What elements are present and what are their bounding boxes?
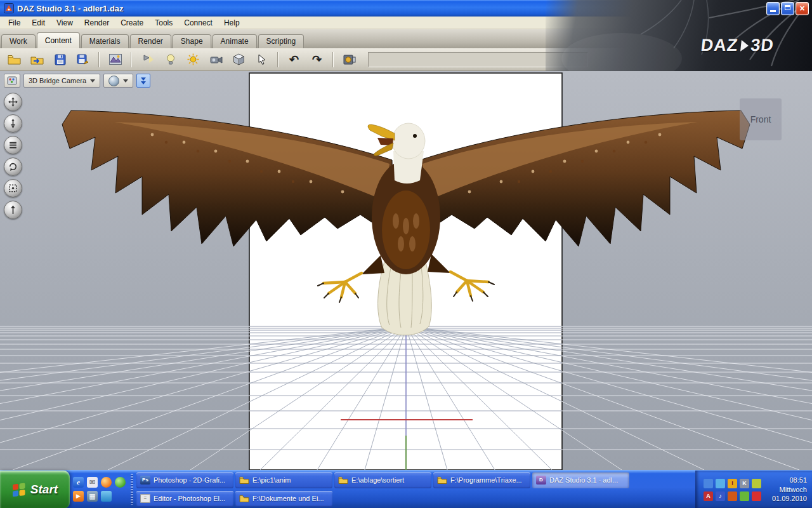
open-file-button[interactable] <box>4 50 25 69</box>
frame-icon <box>8 184 18 193</box>
floor-grid <box>0 326 812 470</box>
render-button[interactable] <box>339 50 360 69</box>
tab-render[interactable]: Render <box>130 34 171 48</box>
mail-icon[interactable]: ✉ <box>87 477 98 488</box>
menu-file[interactable]: File <box>3 17 26 29</box>
antivirus-icon[interactable]: A <box>704 491 713 501</box>
minimize-button[interactable] <box>766 2 780 15</box>
aim-tool-button[interactable] <box>4 201 22 219</box>
taskbar-item-pic1-anim[interactable]: E:\pic1\anim <box>235 472 332 488</box>
toolbar-separator <box>98 52 100 67</box>
viewport[interactable] <box>0 71 812 470</box>
toolbar-separator <box>131 52 132 67</box>
point-light-button[interactable] <box>160 50 181 69</box>
security-shield-icon[interactable] <box>752 479 761 488</box>
menu-create[interactable]: Create <box>115 17 149 29</box>
messenger-icon[interactable] <box>115 477 126 488</box>
viewport-header: 3D Bridge Camera <box>4 74 150 88</box>
tab-work[interactable]: Work <box>1 34 36 48</box>
minimize-icon <box>770 10 776 12</box>
tab-shape[interactable]: Shape <box>173 34 211 48</box>
menu-tools[interactable]: Tools <box>149 17 178 29</box>
clock-time: 08:51 <box>768 476 807 485</box>
menu-view[interactable]: View <box>51 17 79 29</box>
open-folder-icon <box>8 54 21 65</box>
viewport-options-button[interactable] <box>4 74 20 88</box>
show-desktop-icon[interactable] <box>101 491 112 502</box>
render-icon <box>343 54 356 65</box>
internet-explorer-icon[interactable]: e <box>73 477 84 488</box>
folder-icon <box>338 476 348 485</box>
primitive-cube-button[interactable] <box>228 50 249 69</box>
taskbar-item-daz-studio[interactable]: D DAZ Studio 3.1 - adl... <box>532 472 629 488</box>
photo-viewer-icon[interactable]: ▦ <box>87 491 98 502</box>
aim-icon <box>8 205 18 215</box>
viewport-canvas[interactable] <box>0 71 812 470</box>
pan-icon <box>8 97 18 107</box>
task-buttons: Ps Photoshop - 2D-Grafi... E:\pic1\anim … <box>135 471 695 508</box>
camera-create-button[interactable] <box>206 50 226 69</box>
view-orientation-label: Front <box>750 114 771 124</box>
firefox-icon[interactable] <box>101 477 112 488</box>
start-button[interactable]: Start <box>0 471 70 508</box>
taskbar-item-dokumente[interactable]: F:\Dokumente und Ei... <box>235 491 332 507</box>
viewport-expand-button[interactable] <box>136 74 150 88</box>
sun-icon <box>187 53 199 65</box>
logo-daz-text: DAZ <box>700 36 739 55</box>
3d-bridge-button[interactable] <box>105 50 126 69</box>
photoshop-icon: Ps <box>140 476 150 485</box>
sun-light-button[interactable] <box>183 50 204 69</box>
undo-icon: ↶ <box>289 54 299 65</box>
taskbar-item-ablage-sortiert[interactable]: E:\ablage\sortiert <box>334 472 431 488</box>
display-settings-icon[interactable] <box>704 479 713 488</box>
bulb-icon <box>166 54 175 65</box>
toolbar-separator <box>277 52 278 67</box>
menu-help[interactable]: Help <box>218 17 246 29</box>
language-indicator-icon[interactable]: K <box>740 479 749 488</box>
camera-selector-dropdown[interactable]: 3D Bridge Camera <box>23 74 100 88</box>
volume-icon[interactable]: ♪ <box>716 491 725 501</box>
import-file-button[interactable] <box>27 50 48 69</box>
network-icon[interactable] <box>716 479 725 488</box>
save-button[interactable] <box>49 50 70 69</box>
media-player-icon[interactable]: ▶ <box>73 491 84 502</box>
save-as-button[interactable] <box>72 50 93 69</box>
layers-tool-button[interactable] <box>4 136 22 154</box>
taskbar-item-photoshop[interactable]: Ps Photoshop - 2D-Grafi... <box>136 472 233 488</box>
graphics-driver-icon[interactable] <box>740 491 749 501</box>
orbit-icon <box>8 162 18 171</box>
eagle-eye <box>413 134 417 138</box>
daz-studio-icon: D <box>536 476 546 485</box>
taskbar-item-editor[interactable]: ≡ Editor - Photoshop El... <box>136 491 233 507</box>
scanner-icon[interactable] <box>728 491 737 501</box>
orbit-tool-button[interactable] <box>4 157 22 176</box>
drawstyle-dropdown[interactable] <box>103 74 133 88</box>
undo-button[interactable]: ↶ <box>284 50 304 69</box>
menu-render[interactable]: Render <box>79 17 115 29</box>
window-controls: × <box>766 2 809 15</box>
tab-content[interactable]: Content <box>37 32 80 48</box>
menu-connect[interactable]: Connect <box>178 17 218 29</box>
dolly-tool-button[interactable] <box>4 114 22 133</box>
eagle-model[interactable] <box>62 110 750 335</box>
pointer-tool-button[interactable] <box>251 50 272 69</box>
save-as-icon <box>77 54 89 65</box>
logo-arrow-icon <box>740 40 749 51</box>
viewport-nav-rail <box>3 93 22 219</box>
tab-animate[interactable]: Animate <box>213 34 257 48</box>
taskbar-item-programme-triaxes[interactable]: F:\Programme\Triaxe... <box>433 472 530 488</box>
tab-scripting[interactable]: Scripting <box>258 34 304 48</box>
redo-button[interactable]: ↷ <box>306 50 327 69</box>
frame-tool-button[interactable] <box>4 179 22 197</box>
menu-edit[interactable]: Edit <box>26 17 51 29</box>
close-button[interactable]: × <box>796 2 809 15</box>
spotlight-button[interactable] <box>137 50 158 69</box>
pan-tool-button[interactable] <box>4 93 22 111</box>
alert-icon[interactable] <box>752 491 761 501</box>
palette-icon <box>7 76 17 85</box>
update-alert-icon[interactable]: ! <box>728 479 737 488</box>
chevron-down-icon <box>90 79 95 83</box>
tab-materials[interactable]: Materials <box>81 34 129 48</box>
maximize-button[interactable] <box>781 2 794 15</box>
layers-icon <box>8 140 18 150</box>
